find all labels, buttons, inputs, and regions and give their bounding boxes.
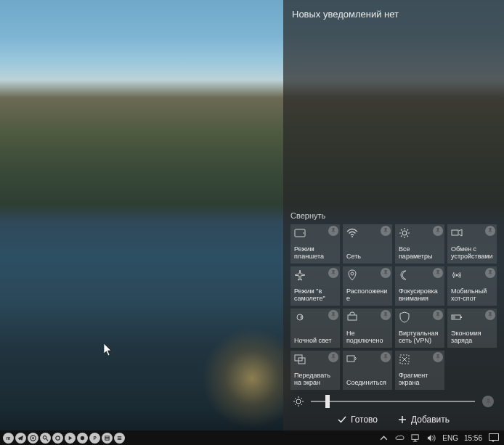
tile-night-light[interactable]: Ночной свет xyxy=(290,309,340,348)
spacer xyxy=(290,27,497,211)
svg-line-8 xyxy=(401,229,402,231)
airplane-icon xyxy=(294,269,306,281)
tile-location[interactable]: Расположение xyxy=(343,266,392,306)
pin-icon[interactable] xyxy=(482,396,494,407)
tile-project[interactable]: Передавать на экран xyxy=(290,351,340,390)
location-icon xyxy=(346,269,358,281)
connect-icon xyxy=(451,227,463,239)
svg-line-30 xyxy=(301,404,302,405)
tile-label: Экономия заряда xyxy=(451,330,493,345)
add-label: Добавить xyxy=(411,415,450,425)
battery-icon xyxy=(451,311,463,323)
language-indicator[interactable]: ENG xyxy=(442,434,458,442)
network-tray-icon[interactable] xyxy=(410,433,420,443)
taskbar-app-app8[interactable]: P xyxy=(89,433,100,444)
action-center-panel: Новых уведомлений нет Свернуть Режим пла… xyxy=(283,0,504,430)
taskbar: mP ENG 15:56 xyxy=(0,430,504,445)
tile-connect-dev[interactable]: Соединиться xyxy=(343,351,392,390)
wifi-icon xyxy=(346,227,358,239)
svg-line-11 xyxy=(407,229,409,231)
taskbar-app-app7[interactable] xyxy=(77,433,88,444)
quick-action-tiles: Режим планшетаСетьВсе параметрыОбмен с у… xyxy=(290,224,497,390)
svg-line-29 xyxy=(295,398,296,399)
svg-rect-22 xyxy=(347,356,354,362)
taskbar-app-app5[interactable] xyxy=(52,433,63,444)
pin-icon[interactable] xyxy=(485,310,495,320)
tile-label: Фокусировка внимания xyxy=(399,288,441,303)
collapse-link[interactable]: Свернуть xyxy=(290,211,497,224)
taskbar-app-app2[interactable] xyxy=(15,433,26,444)
svg-point-38 xyxy=(56,436,60,439)
pin-icon[interactable] xyxy=(433,310,443,320)
vpn-icon xyxy=(346,311,358,323)
pin-icon[interactable] xyxy=(328,268,338,278)
done-button[interactable]: Готово xyxy=(338,415,378,425)
tile-network[interactable]: Сеть xyxy=(343,224,392,264)
tile-vpn[interactable]: Виртуальная сеть (VPN) xyxy=(395,309,444,348)
pin-icon[interactable] xyxy=(328,226,338,236)
tile-label: Режим планшета xyxy=(294,246,336,261)
add-button[interactable]: Добавить xyxy=(398,415,450,425)
pin-icon[interactable] xyxy=(328,310,338,320)
pin-icon[interactable] xyxy=(381,310,391,320)
tile-label: Обмен с устройствами xyxy=(451,246,493,261)
pin-icon[interactable] xyxy=(485,226,495,236)
tile-focus-assist[interactable]: Фокусировка внимания xyxy=(395,266,444,306)
gear-icon xyxy=(399,227,410,239)
done-label: Готово xyxy=(351,415,378,425)
tile-airplane[interactable]: Режим "в самолете" xyxy=(290,266,340,306)
svg-point-14 xyxy=(456,274,458,277)
clock[interactable]: 15:56 xyxy=(464,434,482,442)
pin-icon[interactable] xyxy=(381,226,391,236)
brightness-slider[interactable] xyxy=(290,396,497,407)
svg-rect-48 xyxy=(414,439,415,441)
pin-icon[interactable] xyxy=(485,268,495,278)
svg-point-35 xyxy=(32,437,34,439)
tile-label: Расположение xyxy=(346,288,389,303)
tile-all-settings[interactable]: Все параметры xyxy=(395,224,444,264)
tile-snip[interactable]: Фрагмент экрана xyxy=(395,351,444,390)
tile-label: Все параметры xyxy=(399,246,441,261)
svg-rect-19 xyxy=(452,316,455,319)
tile-battery-saver[interactable]: Экономия заряда xyxy=(447,309,497,348)
tile-tablet-mode[interactable]: Режим планшета xyxy=(290,224,340,264)
svg-line-10 xyxy=(401,236,402,237)
brightness-thumb[interactable] xyxy=(325,395,330,408)
volume-tray-icon[interactable] xyxy=(426,433,436,443)
tile-vpn-status[interactable]: Не подключено xyxy=(343,309,392,348)
pin-icon[interactable] xyxy=(381,352,391,362)
tile-share[interactable]: Обмен с устройствами xyxy=(447,224,497,264)
notification-center-icon[interactable] xyxy=(488,433,500,443)
taskbar-app-app10[interactable] xyxy=(114,433,125,444)
svg-point-13 xyxy=(351,272,354,275)
pin-icon[interactable] xyxy=(433,226,443,236)
taskbar-app-app6[interactable] xyxy=(65,433,76,444)
notifications-title: Новых уведомлений нет xyxy=(290,7,497,27)
connect2-icon xyxy=(346,354,358,365)
svg-point-36 xyxy=(43,436,46,439)
tile-label: Не подключено xyxy=(346,330,389,345)
pin-icon[interactable] xyxy=(433,352,443,362)
shield-icon xyxy=(399,311,410,323)
snip-icon xyxy=(399,354,410,365)
taskbar-app-app4[interactable] xyxy=(40,433,51,444)
taskbar-app-app9[interactable] xyxy=(102,433,113,444)
svg-line-9 xyxy=(407,236,409,237)
tray-chevron-icon[interactable] xyxy=(378,433,389,443)
brightness-track[interactable] xyxy=(311,401,475,402)
onedrive-icon[interactable] xyxy=(394,433,405,443)
tile-label: Режим "в самолете" xyxy=(294,288,336,303)
pin-icon[interactable] xyxy=(381,268,391,278)
svg-point-39 xyxy=(81,436,84,439)
tile-label: Соединиться xyxy=(346,380,389,387)
project-icon xyxy=(294,354,306,365)
action-center-footer: Готово Добавить xyxy=(290,407,497,428)
pin-icon[interactable] xyxy=(433,268,443,278)
taskbar-app-app1[interactable]: m xyxy=(3,433,14,444)
tablet-icon xyxy=(294,227,306,239)
tile-hotspot[interactable]: Мобильный хот-спот xyxy=(447,266,497,306)
tile-label: Виртуальная сеть (VPN) xyxy=(399,330,441,345)
moon-icon xyxy=(399,269,410,281)
pin-icon[interactable] xyxy=(328,352,338,362)
taskbar-app-app3[interactable] xyxy=(28,433,38,444)
